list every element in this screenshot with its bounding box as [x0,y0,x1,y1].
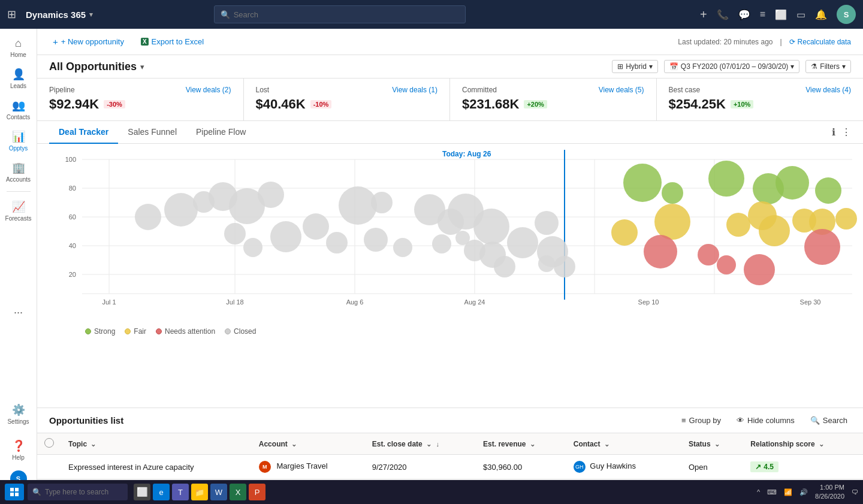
view-chevron-icon[interactable]: ▾ [140,62,144,71]
filters-button[interactable]: ⚗ Filters ▾ [805,60,851,73]
svg-rect-73 [15,488,19,491]
svg-point-70 [744,254,775,285]
taskbar-search-input[interactable] [45,488,123,496]
view-deals-link[interactable]: View deals (2) [186,86,231,94]
chat-icon[interactable]: 💬 [738,9,750,20]
col-topic[interactable]: Topic ⌄ [61,433,252,455]
topic-sort-icon[interactable]: ⌄ [90,440,96,448]
recalculate-button[interactable]: ⟳ Recalculate data [789,38,851,46]
col-status[interactable]: Status ⌄ [681,433,743,455]
view-deals-link[interactable]: View deals (5) [599,86,644,94]
global-search[interactable]: 🔍 [214,5,466,23]
view-deals-link[interactable]: View deals (1) [392,86,437,94]
col-account[interactable]: Account ⌄ [252,433,365,455]
row-check[interactable] [37,455,61,479]
search-input[interactable] [234,10,459,19]
sidebar-item-settings[interactable]: ⚙️ Settings [1,400,36,428]
grid-icon[interactable]: ⊞ [7,8,16,21]
settings-icon: ⚙️ [12,403,25,417]
sidebar-item-accounts[interactable]: 🏢 Accounts [1,158,36,186]
svg-text:Sep 10: Sep 10 [638,298,659,306]
sidebar-item-help[interactable]: ❓ Help [1,436,36,464]
col-est-close[interactable]: Est. close date ⌄ ↓ [365,433,476,455]
svg-point-31 [243,238,262,257]
taskbar-app-powerpoint[interactable]: P [249,484,265,500]
col-contact[interactable]: Contact ⌄ [566,433,681,455]
relationship-score-sort-icon[interactable]: ⌄ [819,440,824,448]
taskbar-app-excel[interactable]: X [230,484,246,500]
taskbar-search[interactable]: 🔍 [28,484,128,500]
taskbar-app-cortana[interactable]: ⬜ [134,484,150,500]
svg-point-36 [371,192,393,213]
layout-icon[interactable]: ▭ [796,9,805,20]
tab-sales-funnel[interactable]: Sales Funnel [118,121,186,144]
svg-text:40: 40 [69,242,76,249]
svg-point-69 [717,255,736,274]
action-bar-right: Last updated: 20 minutes ago | ⟳ Recalcu… [678,38,851,46]
hide-columns-button[interactable]: 👁 Hide columns [733,414,798,427]
taskbar-app-word[interactable]: W [210,484,227,500]
date-range-selector[interactable]: 📅 Q3 FY2020 (07/01/20 – 09/30/20) ▾ [664,60,799,73]
taskbar-chevron-icon[interactable]: ^ [757,488,760,496]
chart-more-button[interactable]: ⋮ [841,126,851,138]
col-relationship-score[interactable]: Relationship score ⌄ [743,433,863,455]
status-sort-icon[interactable]: ⌄ [714,440,720,448]
tab-deal-tracker[interactable]: Deal Tracker [49,121,118,144]
taskbar-wifi-icon[interactable]: 📶 [784,488,792,496]
sidebar-item-leads[interactable]: 👤 Leads [1,64,36,93]
row-account[interactable]: M Margies Travel [252,455,365,479]
export-excel-label: Export to Excel [152,37,204,46]
taskbar-app-teams[interactable]: T [172,484,189,500]
group-by-button[interactable]: ≡ Group by [678,414,725,427]
svg-point-71 [804,229,840,265]
col-est-revenue[interactable]: Est. revenue ⌄ [476,433,566,455]
taskbar-keyboard-icon[interactable]: ⌨ [767,488,777,496]
account-sort-icon[interactable]: ⌄ [291,440,297,448]
col-check[interactable] [37,433,61,455]
add-icon[interactable]: + [700,8,707,22]
list-icon[interactable]: ≡ [760,9,765,20]
app-logo[interactable]: Dynamics 365 ▾ [26,10,93,20]
export-excel-button[interactable]: X Export to Excel [137,35,207,49]
sidebar-item-home[interactable]: ⌂ Home [1,34,36,62]
taskbar-volume-icon[interactable]: 🔊 [799,488,808,496]
sidebar-item-forecasts[interactable]: 📈 Forecasts [1,197,36,225]
best-case-value: $254.25K [669,96,726,112]
user-avatar[interactable]: S [837,5,856,24]
svg-point-52 [538,255,555,272]
search-button[interactable]: 🔍 Search [807,414,851,427]
view-deals-link[interactable]: View deals (4) [805,86,851,94]
est-revenue-sort-icon[interactable]: ⌄ [530,440,535,448]
chart-info-button[interactable]: ℹ [832,126,835,138]
action-bar: + + New opportunity X Export to Excel La… [37,29,863,55]
best-case-badge: +10% [731,100,753,108]
summary-cards: Pipeline View deals (2) $92.94K -30% Los… [37,79,863,121]
taskbar-app-edge[interactable]: e [153,484,170,500]
phone-icon[interactable]: 📞 [717,9,729,20]
svg-point-55 [708,161,744,197]
sidebar-item-contacts[interactable]: 👥 Contacts [1,95,36,124]
sidebar-more-button[interactable]: ··· [9,301,28,324]
tab-pipeline-flow[interactable]: Pipeline Flow [186,121,255,144]
svg-text:20: 20 [69,271,76,278]
hybrid-view-selector[interactable]: ⊞ Hybrid ▾ [612,60,658,73]
taskbar-app-explorer[interactable]: 📁 [191,484,208,500]
row-topic[interactable]: Expressed interest in Azure capacity [61,455,252,479]
contact-sort-icon[interactable]: ⌄ [604,440,609,448]
bell-icon[interactable]: 🔔 [815,9,827,20]
start-button[interactable] [5,484,24,500]
last-updated-text: Last updated: 20 minutes ago [678,38,773,46]
screen-icon[interactable]: ⬜ [775,9,787,20]
filter-icon: ⚗ [811,62,817,71]
notification-icon[interactable]: 🗨 [852,488,858,496]
calendar-icon: 📅 [669,62,678,71]
taskbar-right: ^ ⌨ 📶 🔊 1:00 PM 8/26/2020 🗨 [757,483,858,502]
new-opportunity-button[interactable]: + + New opportunity [49,34,128,49]
legend-fair: Fair [125,327,146,336]
est-close-sort-icon[interactable]: ⌄ [426,440,432,448]
svg-point-57 [776,166,809,200]
tabs-bar: Deal Tracker Sales Funnel Pipeline Flow … [37,121,863,144]
est-close-secondary-sort-icon: ↓ [436,440,439,448]
select-all-checkbox[interactable] [44,438,54,448]
sidebar-item-opptys[interactable]: 📊 Opptys [1,126,36,155]
